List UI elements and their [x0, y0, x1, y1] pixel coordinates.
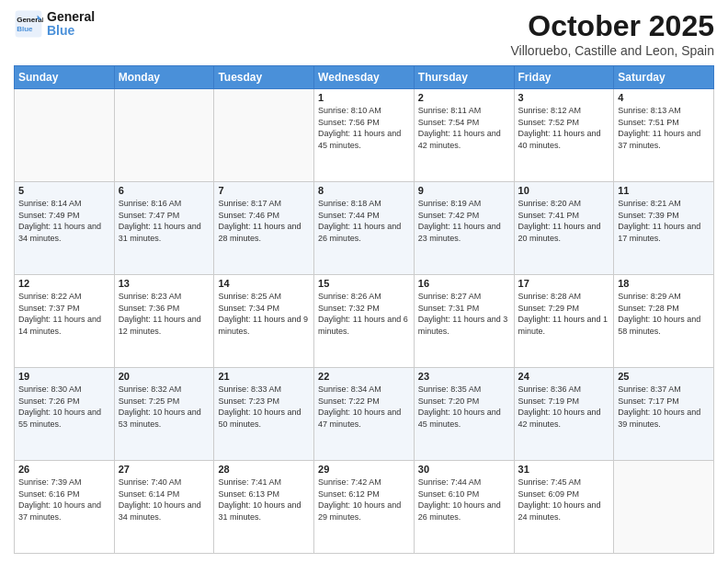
day-info: Sunrise: 8:14 AM Sunset: 7:49 PM Dayligh… — [18, 198, 110, 244]
day-number: 16 — [418, 278, 510, 289]
day-info: Sunrise: 8:32 AM Sunset: 7:25 PM Dayligh… — [119, 384, 210, 430]
calendar-day-2: 2Sunrise: 8:11 AM Sunset: 7:54 PM Daylig… — [414, 89, 514, 182]
day-number: 17 — [518, 278, 610, 289]
logo: General Blue General Blue — [14, 9, 95, 39]
month-title: October 2025 — [510, 9, 714, 43]
logo-general: General — [47, 10, 95, 24]
calendar-day-18: 18Sunrise: 8:29 AM Sunset: 7:28 PM Dayli… — [614, 275, 714, 368]
day-info: Sunrise: 8:16 AM Sunset: 7:47 PM Dayligh… — [119, 198, 210, 244]
day-info: Sunrise: 8:10 AM Sunset: 7:56 PM Dayligh… — [318, 105, 410, 151]
day-number: 26 — [18, 464, 110, 475]
day-info: Sunrise: 7:42 AM Sunset: 6:12 PM Dayligh… — [318, 477, 410, 523]
calendar-day-empty — [114, 89, 214, 182]
header: General Blue General Blue October 2025 V… — [14, 9, 714, 58]
day-info: Sunrise: 8:30 AM Sunset: 7:26 PM Dayligh… — [18, 384, 110, 430]
day-info: Sunrise: 7:45 AM Sunset: 6:09 PM Dayligh… — [518, 477, 610, 523]
day-info: Sunrise: 7:44 AM Sunset: 6:10 PM Dayligh… — [418, 477, 510, 523]
day-info: Sunrise: 8:17 AM Sunset: 7:46 PM Dayligh… — [218, 198, 310, 244]
day-number: 20 — [119, 371, 210, 382]
column-header-tuesday: Tuesday — [214, 66, 314, 89]
calendar-header-row: SundayMondayTuesdayWednesdayThursdayFrid… — [15, 66, 714, 89]
day-info: Sunrise: 8:27 AM Sunset: 7:31 PM Dayligh… — [418, 291, 510, 337]
day-number: 29 — [318, 464, 410, 475]
calendar-day-13: 13Sunrise: 8:23 AM Sunset: 7:36 PM Dayli… — [114, 275, 214, 368]
day-number: 5 — [18, 185, 110, 196]
day-number: 15 — [318, 278, 410, 289]
day-info: Sunrise: 8:11 AM Sunset: 7:54 PM Dayligh… — [418, 105, 510, 151]
day-number: 1 — [318, 92, 410, 103]
day-number: 23 — [418, 371, 510, 382]
day-info: Sunrise: 8:36 AM Sunset: 7:19 PM Dayligh… — [518, 384, 610, 430]
calendar-week-4: 19Sunrise: 8:30 AM Sunset: 7:26 PM Dayli… — [15, 368, 714, 461]
calendar-day-27: 27Sunrise: 7:40 AM Sunset: 6:14 PM Dayli… — [114, 461, 214, 554]
day-number: 9 — [418, 185, 510, 196]
calendar-day-8: 8Sunrise: 8:18 AM Sunset: 7:44 PM Daylig… — [314, 182, 415, 275]
calendar-week-1: 1Sunrise: 8:10 AM Sunset: 7:56 PM Daylig… — [15, 89, 714, 182]
day-info: Sunrise: 8:35 AM Sunset: 7:20 PM Dayligh… — [418, 384, 510, 430]
calendar-day-10: 10Sunrise: 8:20 AM Sunset: 7:41 PM Dayli… — [514, 182, 614, 275]
day-info: Sunrise: 8:23 AM Sunset: 7:36 PM Dayligh… — [119, 291, 210, 337]
logo-blue: Blue — [47, 24, 95, 38]
day-number: 4 — [618, 92, 710, 103]
day-number: 11 — [618, 185, 710, 196]
day-info: Sunrise: 8:29 AM Sunset: 7:28 PM Dayligh… — [618, 291, 710, 337]
calendar-day-empty — [214, 89, 314, 182]
day-info: Sunrise: 8:28 AM Sunset: 7:29 PM Dayligh… — [518, 291, 610, 337]
day-number: 25 — [618, 371, 710, 382]
day-info: Sunrise: 7:41 AM Sunset: 6:13 PM Dayligh… — [218, 477, 310, 523]
day-info: Sunrise: 7:40 AM Sunset: 6:14 PM Dayligh… — [119, 477, 210, 523]
logo-icon: General Blue — [14, 9, 43, 39]
calendar-day-20: 20Sunrise: 8:32 AM Sunset: 7:25 PM Dayli… — [114, 368, 214, 461]
calendar-day-empty — [15, 89, 115, 182]
calendar-day-31: 31Sunrise: 7:45 AM Sunset: 6:09 PM Dayli… — [514, 461, 614, 554]
column-header-wednesday: Wednesday — [314, 66, 415, 89]
calendar-table: SundayMondayTuesdayWednesdayThursdayFrid… — [14, 65, 714, 554]
column-header-thursday: Thursday — [414, 66, 514, 89]
day-info: Sunrise: 8:26 AM Sunset: 7:32 PM Dayligh… — [318, 291, 410, 337]
calendar-day-22: 22Sunrise: 8:34 AM Sunset: 7:22 PM Dayli… — [314, 368, 415, 461]
day-number: 7 — [218, 185, 310, 196]
column-header-monday: Monday — [114, 66, 214, 89]
day-info: Sunrise: 8:37 AM Sunset: 7:17 PM Dayligh… — [618, 384, 710, 430]
day-number: 28 — [218, 464, 310, 475]
day-number: 6 — [119, 185, 210, 196]
day-number: 14 — [218, 278, 310, 289]
title-block: October 2025 Villoruebo, Castille and Le… — [510, 9, 714, 58]
calendar-week-2: 5Sunrise: 8:14 AM Sunset: 7:49 PM Daylig… — [15, 182, 714, 275]
day-number: 10 — [518, 185, 610, 196]
day-number: 21 — [218, 371, 310, 382]
day-number: 3 — [518, 92, 610, 103]
calendar-day-30: 30Sunrise: 7:44 AM Sunset: 6:10 PM Dayli… — [414, 461, 514, 554]
day-number: 2 — [418, 92, 510, 103]
calendar-day-15: 15Sunrise: 8:26 AM Sunset: 7:32 PM Dayli… — [314, 275, 415, 368]
day-number: 12 — [18, 278, 110, 289]
day-info: Sunrise: 8:34 AM Sunset: 7:22 PM Dayligh… — [318, 384, 410, 430]
day-info: Sunrise: 8:13 AM Sunset: 7:51 PM Dayligh… — [618, 105, 710, 151]
day-number: 30 — [418, 464, 510, 475]
day-info: Sunrise: 8:19 AM Sunset: 7:42 PM Dayligh… — [418, 198, 510, 244]
column-header-friday: Friday — [514, 66, 614, 89]
calendar-day-4: 4Sunrise: 8:13 AM Sunset: 7:51 PM Daylig… — [614, 89, 714, 182]
calendar-day-14: 14Sunrise: 8:25 AM Sunset: 7:34 PM Dayli… — [214, 275, 314, 368]
calendar-day-19: 19Sunrise: 8:30 AM Sunset: 7:26 PM Dayli… — [15, 368, 115, 461]
calendar-day-7: 7Sunrise: 8:17 AM Sunset: 7:46 PM Daylig… — [214, 182, 314, 275]
calendar-day-28: 28Sunrise: 7:41 AM Sunset: 6:13 PM Dayli… — [214, 461, 314, 554]
calendar-day-5: 5Sunrise: 8:14 AM Sunset: 7:49 PM Daylig… — [15, 182, 115, 275]
calendar-day-23: 23Sunrise: 8:35 AM Sunset: 7:20 PM Dayli… — [414, 368, 514, 461]
day-info: Sunrise: 8:25 AM Sunset: 7:34 PM Dayligh… — [218, 291, 310, 337]
column-header-saturday: Saturday — [614, 66, 714, 89]
day-number: 8 — [318, 185, 410, 196]
calendar-day-29: 29Sunrise: 7:42 AM Sunset: 6:12 PM Dayli… — [314, 461, 415, 554]
page: General Blue General Blue October 2025 V… — [0, 0, 728, 563]
calendar-day-6: 6Sunrise: 8:16 AM Sunset: 7:47 PM Daylig… — [114, 182, 214, 275]
calendar-day-9: 9Sunrise: 8:19 AM Sunset: 7:42 PM Daylig… — [414, 182, 514, 275]
calendar-day-25: 25Sunrise: 8:37 AM Sunset: 7:17 PM Dayli… — [614, 368, 714, 461]
calendar-day-16: 16Sunrise: 8:27 AM Sunset: 7:31 PM Dayli… — [414, 275, 514, 368]
calendar-day-3: 3Sunrise: 8:12 AM Sunset: 7:52 PM Daylig… — [514, 89, 614, 182]
day-info: Sunrise: 8:22 AM Sunset: 7:37 PM Dayligh… — [18, 291, 110, 337]
calendar-day-17: 17Sunrise: 8:28 AM Sunset: 7:29 PM Dayli… — [514, 275, 614, 368]
location-title: Villoruebo, Castille and Leon, Spain — [510, 43, 714, 58]
day-number: 19 — [18, 371, 110, 382]
day-number: 22 — [318, 371, 410, 382]
day-number: 27 — [119, 464, 210, 475]
